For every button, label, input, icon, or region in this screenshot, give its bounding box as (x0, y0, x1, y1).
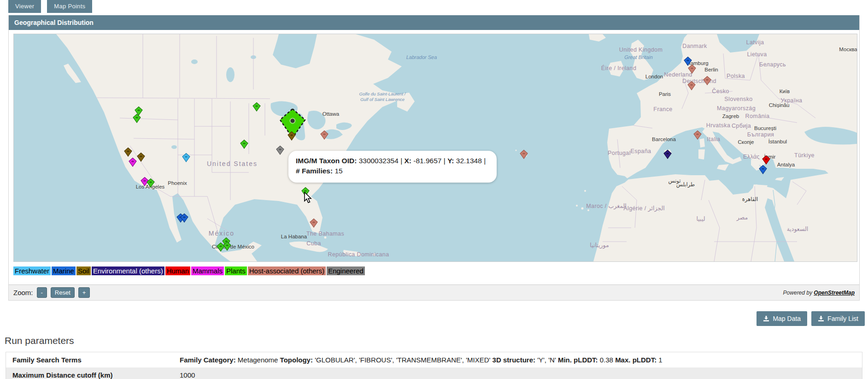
powered-by-prefix: Powered by (783, 290, 814, 296)
map-label: Latvija (746, 39, 764, 46)
map-label: طرابلس (676, 182, 695, 188)
world-map[interactable]: United StatesMéxicoOttawaLos AngelesPhoe… (13, 34, 857, 262)
canary-island (581, 207, 584, 210)
map-label: Nederland (664, 71, 692, 78)
map-label: Barcelona (652, 136, 676, 142)
map-label: Portugal (608, 150, 631, 156)
param-row: Maximum Distance cutoff (km)1000 (6, 367, 862, 379)
corsica (699, 138, 705, 148)
map-label: United States (207, 160, 258, 167)
map-label: Москва (839, 47, 857, 52)
zoom-out-button[interactable]: - (37, 287, 47, 298)
param-row: Family Search TermsFamily Category: Meta… (6, 352, 862, 368)
map-label: Slovensko (724, 96, 752, 102)
map-label: Zagreb (722, 113, 739, 119)
map-label: България (747, 131, 774, 138)
zoom-reset-button[interactable]: Reset (51, 287, 75, 298)
run-parameters-heading: Run parameters (5, 335, 868, 346)
map-label: Great Britain (624, 54, 653, 60)
download-icon (763, 315, 769, 322)
map-label: مصر (736, 214, 748, 221)
geographical-distribution-panel: Geographical Distribution (8, 15, 860, 301)
map-label: Algérie / الجزائر (623, 205, 664, 212)
legend-item: Environmental (others) (92, 266, 164, 275)
map-label: Phoenix (168, 180, 187, 186)
map-label: Київ (780, 89, 790, 94)
legend-item: Soil (76, 266, 91, 275)
map-footer-bar: Zoom: - Reset + Powered by OpenStreetMap (9, 284, 859, 300)
map-label: Antalya (777, 162, 795, 167)
param-value: 1000 (173, 367, 862, 379)
zoom-in-button[interactable]: + (78, 287, 90, 298)
map-label: ليبيا (697, 216, 705, 222)
map-label: Скопје (738, 139, 754, 145)
map-canvas[interactable]: United StatesMéxicoOttawaLos AngelesPhoe… (14, 34, 857, 261)
tab-viewer[interactable]: Viewer (8, 0, 41, 13)
map-label: España (631, 148, 651, 154)
panel-title: Geographical Distribution (9, 15, 859, 30)
map-label: Italia (707, 136, 721, 142)
family-list-button-label: Family List (827, 315, 858, 322)
map-data-button-label: Map Data (773, 315, 801, 322)
map-label: România (745, 113, 770, 119)
map-label: Беларусь (759, 61, 786, 68)
map-label: Danmark (682, 43, 707, 49)
legend-item: Mammals (191, 266, 224, 275)
param-label: Maximum Distance cutoff (km) (6, 367, 174, 379)
map-label: Cuba (306, 240, 321, 247)
azores (516, 150, 517, 151)
map-label: Maroc / المغرب (586, 203, 627, 210)
download-icon (818, 315, 824, 322)
zoom-label: Zoom: (13, 289, 33, 296)
map-label: İstanbul (768, 139, 787, 144)
map-label: United Kingdom (619, 47, 663, 53)
legend-item: Marine (52, 266, 76, 275)
marker-tooltip: IMG/M Taxon OID: 3300032354 | X: -81.965… (288, 151, 497, 183)
param-label: Family Search Terms (6, 352, 174, 368)
map-label: Golfe du Saint-Laurent / (359, 91, 406, 96)
map-label: Türkiye (794, 152, 815, 159)
map-data-button[interactable]: Map Data (757, 311, 807, 326)
map-label: Éire / Ireland (601, 65, 636, 71)
legend-item: Freshwater (13, 266, 51, 275)
map-label: France (653, 106, 672, 113)
map-label: Berlin (704, 67, 718, 72)
map-label: Србија (732, 123, 751, 129)
map-label: Deutschland (682, 78, 716, 84)
param-value: Family Category: Metagenome Topology: 'G… (173, 352, 862, 368)
map-label: Magyarország (717, 105, 756, 112)
map-label: Paris (659, 91, 671, 97)
map-label: México (209, 230, 235, 237)
tooltip-text: IMG/M Taxon OID: 3300032354 | X: -81.965… (296, 157, 486, 175)
map-label: Polska (727, 73, 745, 79)
map-label: București (754, 125, 776, 131)
openstreetmap-link[interactable]: OpenStreetMap (814, 290, 855, 296)
download-actions: Map Data Family List (0, 301, 868, 326)
map-label: Ελλάς (743, 154, 760, 160)
map-label: موريتانيا (590, 242, 609, 249)
map-label: Gulf of Saint Lawrence (360, 97, 405, 102)
map-label: The Bahamas (306, 231, 344, 237)
canadian-lake (191, 59, 198, 64)
map-label: Česko (712, 88, 729, 95)
legend-item: Host-associated (others) (248, 266, 326, 275)
canary-island (576, 205, 578, 207)
category-legend: FreshwaterMarineSoilEnvironmental (other… (13, 266, 855, 275)
map-label: La Habana (281, 234, 307, 239)
panel-body: United StatesMéxicoOttawaLos AngelesPhoe… (9, 30, 859, 284)
map-label: Chișinău (769, 102, 790, 108)
run-parameters-table: Family Search TermsFamily Category: Meta… (6, 352, 862, 379)
powered-by: Powered by OpenStreetMap (783, 290, 855, 296)
sardinia (698, 149, 705, 160)
great-salt-lake (171, 145, 177, 149)
tab-bar: Viewer Map Points (0, 0, 868, 13)
tab-map-points[interactable]: Map Points (47, 0, 92, 13)
map-label: London (645, 74, 663, 79)
map-label: السعودية (787, 226, 809, 233)
canary-island (587, 209, 589, 211)
legend-item: Human (165, 266, 190, 275)
map-label: Labrador Sea (406, 54, 437, 60)
madeira (584, 190, 586, 192)
family-list-button[interactable]: Family List (811, 311, 865, 326)
lake-winnipeg (226, 67, 235, 82)
